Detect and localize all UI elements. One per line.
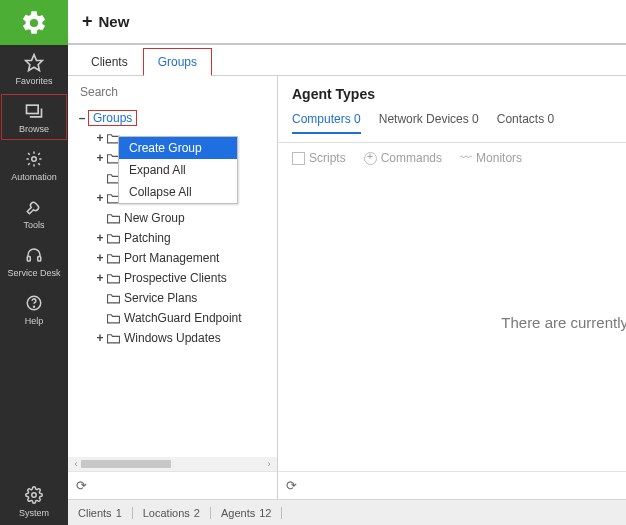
browse-icon	[23, 100, 45, 122]
tree-scrollbar[interactable]: ‹ ›	[68, 457, 277, 471]
topbar: + New	[68, 0, 626, 45]
search-input[interactable]	[78, 82, 267, 102]
tree-node[interactable]: +Patching	[76, 228, 277, 248]
plus-icon: +	[82, 11, 93, 32]
status-bar: Clients1 Locations2 Agents12	[68, 499, 626, 525]
sidebar-item-label: Tools	[23, 220, 44, 230]
status-agents[interactable]: Agents12	[211, 507, 283, 519]
action-monitors[interactable]: 〰Monitors	[460, 151, 522, 165]
agent-tab-contacts[interactable]: Contacts 0	[497, 112, 554, 134]
tree-panel: – Groups +++++New Group+Patching+Port Ma…	[68, 76, 278, 499]
wrench-icon	[23, 196, 45, 218]
tree-node-label[interactable]: Windows Updates	[124, 331, 221, 345]
commands-icon	[364, 152, 377, 165]
scroll-right-icon[interactable]: ›	[264, 459, 274, 469]
tree-node[interactable]: +Windows Updates	[76, 328, 277, 348]
sidebar-item-label: System	[19, 508, 49, 518]
collapse-icon[interactable]: –	[76, 111, 88, 125]
tree-root-label[interactable]: Groups	[88, 110, 137, 126]
agent-panel: Agent Types Computers 0 Network Devices …	[278, 76, 626, 499]
tree: – Groups +++++New Group+Patching+Port Ma…	[68, 108, 277, 457]
svg-point-2	[32, 157, 37, 162]
help-icon	[23, 292, 45, 314]
sidebar-item-label: Browse	[19, 124, 49, 134]
headset-icon	[23, 244, 45, 266]
tree-node-label[interactable]: WatchGuard Endpoint	[124, 311, 242, 325]
expand-icon[interactable]: +	[94, 131, 106, 145]
svg-point-7	[32, 493, 37, 498]
svg-rect-1	[27, 105, 39, 113]
context-menu: Create Group Expand All Collapse All	[118, 136, 238, 204]
tree-node-label[interactable]: Prospective Clients	[124, 271, 227, 285]
tree-node-label[interactable]: Patching	[124, 231, 171, 245]
scroll-left-icon[interactable]: ‹	[71, 459, 81, 469]
menu-collapse-all[interactable]: Collapse All	[119, 181, 237, 203]
folder-icon	[107, 213, 121, 224]
app-logo[interactable]	[0, 0, 68, 45]
agent-title: Agent Types	[292, 86, 612, 102]
status-clients[interactable]: Clients1	[78, 507, 133, 519]
sidebar-item-automation[interactable]: Automation	[0, 141, 68, 189]
scripts-icon	[292, 152, 305, 165]
agent-tab-network-devices[interactable]: Network Devices 0	[379, 112, 479, 134]
scrollbar-thumb[interactable]	[81, 460, 171, 468]
main-area: + New Clients Groups – Groups +++++	[68, 0, 626, 525]
sidebar-item-help[interactable]: Help	[0, 285, 68, 333]
expand-icon[interactable]: +	[94, 331, 106, 345]
sidebar-item-label: Service Desk	[7, 268, 60, 278]
tree-node-label[interactable]: Port Management	[124, 251, 219, 265]
tree-root[interactable]: – Groups	[76, 108, 277, 128]
folder-icon	[107, 313, 121, 324]
tree-node-label[interactable]: New Group	[124, 211, 185, 225]
folder-icon	[107, 273, 121, 284]
svg-point-6	[34, 306, 35, 307]
tree-node[interactable]: +New Group	[76, 208, 277, 228]
monitors-icon: 〰	[460, 151, 472, 165]
svg-rect-4	[38, 257, 41, 262]
new-button[interactable]: + New	[82, 11, 129, 32]
tree-node[interactable]: +Port Management	[76, 248, 277, 268]
menu-expand-all[interactable]: Expand All	[119, 159, 237, 181]
agent-tab-computers[interactable]: Computers 0	[292, 112, 361, 134]
expand-icon[interactable]: +	[94, 151, 106, 165]
action-scripts[interactable]: Scripts	[292, 151, 346, 165]
tree-node-label[interactable]: Service Plans	[124, 291, 197, 305]
expand-icon[interactable]: +	[94, 251, 106, 265]
agent-body-text: There are currently	[501, 314, 626, 331]
sidebar-item-system[interactable]: System	[0, 477, 68, 525]
folder-icon	[107, 253, 121, 264]
folder-icon	[107, 233, 121, 244]
expand-icon[interactable]: +	[94, 231, 106, 245]
sidebar-item-label: Help	[25, 316, 44, 326]
sidebar-item-favorites[interactable]: Favorites	[0, 45, 68, 93]
sidebar-item-label: Favorites	[15, 76, 52, 86]
star-icon	[23, 52, 45, 74]
sidebar-item-browse[interactable]: Browse	[0, 93, 68, 141]
expand-icon[interactable]: +	[94, 191, 106, 205]
sidebar-item-label: Automation	[11, 172, 57, 182]
tab-groups[interactable]: Groups	[143, 48, 212, 76]
action-commands[interactable]: Commands	[364, 151, 442, 165]
tree-node[interactable]: +Prospective Clients	[76, 268, 277, 288]
settings-icon	[23, 484, 45, 506]
svg-marker-0	[26, 55, 43, 71]
refresh-icon[interactable]: ⟳	[286, 478, 297, 493]
tab-clients[interactable]: Clients	[76, 48, 143, 76]
sidebar: Favorites Browse Automation Tools Servic…	[0, 0, 68, 525]
folder-icon	[107, 293, 121, 304]
folder-icon	[107, 333, 121, 344]
sidebar-item-service-desk[interactable]: Service Desk	[0, 237, 68, 285]
tree-node[interactable]: +Service Plans	[76, 288, 277, 308]
refresh-icon[interactable]: ⟳	[76, 478, 87, 493]
gear-icon	[23, 148, 45, 170]
tab-row: Clients Groups	[68, 45, 626, 75]
sidebar-item-tools[interactable]: Tools	[0, 189, 68, 237]
new-button-label: New	[99, 13, 130, 30]
menu-create-group[interactable]: Create Group	[119, 137, 237, 159]
svg-rect-3	[27, 257, 30, 262]
expand-icon[interactable]: +	[94, 271, 106, 285]
status-locations[interactable]: Locations2	[133, 507, 211, 519]
tree-node[interactable]: +WatchGuard Endpoint	[76, 308, 277, 328]
